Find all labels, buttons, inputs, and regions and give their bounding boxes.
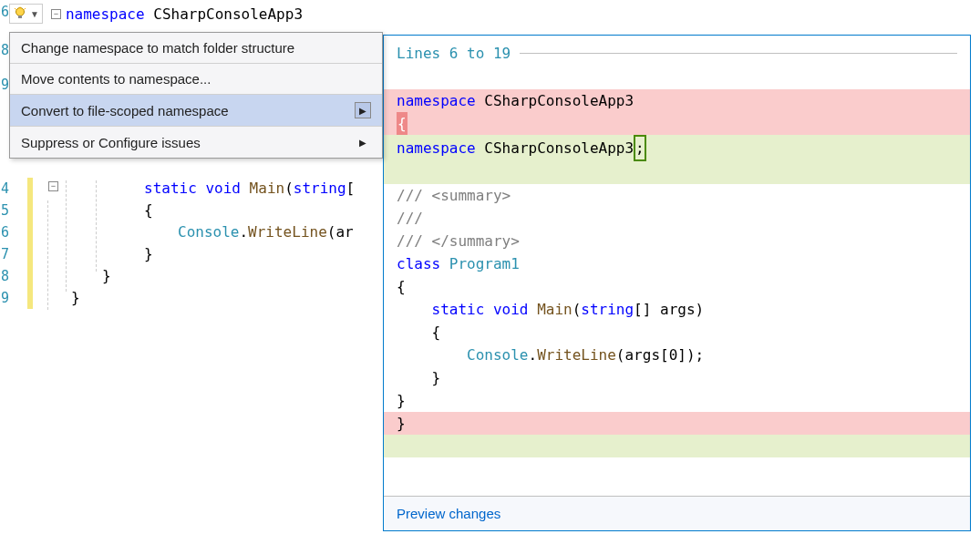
lightbulb-button[interactable]: ▼: [9, 4, 43, 24]
menu-item-label: Convert to file-scoped namespace: [21, 103, 229, 118]
menu-item-move-contents[interactable]: Move contents to namespace...: [10, 64, 382, 95]
svg-rect-1: [18, 15, 22, 18]
menu-item-label: Move contents to namespace...: [21, 71, 211, 87]
preview-code-line: }: [384, 389, 970, 412]
diff-removed-line: {: [384, 112, 970, 135]
preview-changes-link[interactable]: Preview changes: [397, 506, 500, 521]
preview-code-line: Console.WriteLine(args[0]);: [384, 344, 970, 366]
line-number: 7: [0, 246, 9, 262]
preview-code-line: /// <summary>: [384, 184, 970, 207]
line-number: 5: [0, 202, 9, 219]
diff-added-line: namespace CSharpConsoleApp3;: [384, 135, 970, 161]
diff-removed-line: namespace CSharpConsoleApp3: [384, 89, 970, 112]
menu-item-label: Change namespace to match folder structu…: [21, 40, 294, 56]
quick-actions-menu: Change namespace to match folder structu…: [9, 32, 383, 159]
preview-code-line: static void Main(string[] args): [384, 298, 970, 321]
menu-item-label: Suppress or Configure issues: [21, 135, 201, 150]
preview-header: Lines 6 to 19: [384, 36, 970, 69]
line-number: 6: [0, 4, 9, 20]
dropdown-caret-icon: ▼: [30, 9, 39, 19]
svg-point-0: [16, 8, 25, 16]
line-number: 9: [0, 77, 9, 93]
preview-body[interactable]: namespace CSharpConsoleApp3 { namespace …: [384, 69, 970, 496]
menu-item-change-namespace[interactable]: Change namespace to match folder structu…: [10, 33, 382, 64]
preview-code-line: }: [384, 366, 970, 389]
diff-added-line: [384, 435, 970, 457]
submenu-arrow-icon: ▶: [355, 134, 371, 150]
svg-line-3: [25, 8, 26, 10]
line-number: 6: [0, 224, 9, 241]
editor-body[interactable]: static void Main(string[ { Console.Write…: [27, 178, 355, 309]
diff-removed-line: }: [384, 412, 970, 435]
preview-panel: Lines 6 to 19 namespace CSharpConsoleApp…: [383, 35, 971, 531]
fold-toggle[interactable]: −: [51, 9, 61, 19]
line-number: 9: [0, 290, 9, 306]
line-number: 8: [0, 268, 9, 284]
submenu-arrow-icon: ▶: [355, 102, 371, 118]
preview-header-title: Lines 6 to 19: [397, 45, 511, 62]
preview-code-line: class Program1: [384, 252, 970, 275]
line-number: 8: [0, 42, 9, 58]
menu-item-convert-file-scoped[interactable]: Convert to file-scoped namespace ▶: [10, 95, 382, 127]
preview-code-line: {: [384, 321, 970, 344]
preview-code-line: ///: [384, 207, 970, 230]
preview-code-line: /// </summary>: [384, 230, 970, 252]
editor-top-line: ▼ − namespace CSharpConsoleApp3: [9, 4, 303, 24]
preview-footer: Preview changes: [384, 496, 970, 530]
menu-item-suppress-configure[interactable]: Suppress or Configure issues ▶: [10, 127, 382, 158]
preview-code-line: {: [384, 275, 970, 298]
lightbulb-icon: [13, 6, 27, 21]
diff-added-line: [384, 161, 970, 184]
code-text: namespace CSharpConsoleApp3: [66, 5, 303, 23]
svg-line-2: [15, 8, 16, 10]
line-number: 4: [0, 180, 9, 197]
preview-header-divider: [520, 53, 957, 54]
